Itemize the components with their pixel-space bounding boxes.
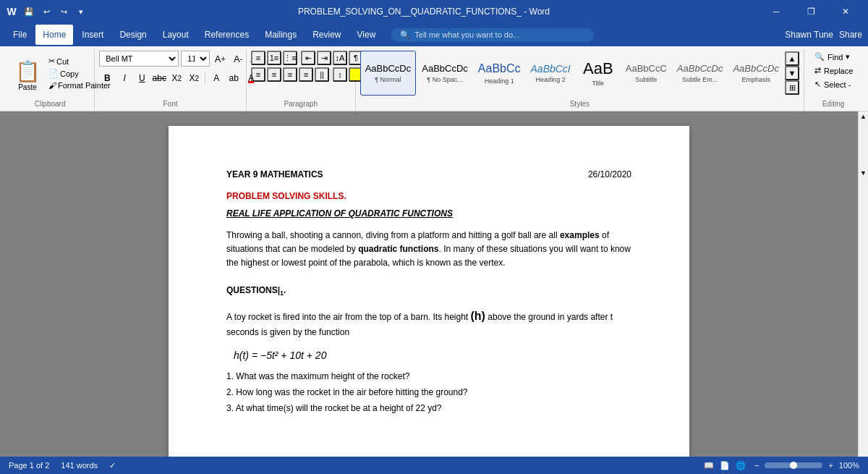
highlight-button[interactable]: ab <box>226 70 242 86</box>
share-button[interactable]: Share <box>839 30 862 40</box>
doc-formula: h(t) = −5t² + 10t + 20 <box>234 350 631 361</box>
multilevel-button[interactable]: ⋮≡ <box>283 51 297 65</box>
print-layout-icon[interactable]: 📄 <box>720 461 730 470</box>
doc-underline-subtitle: REAL LIFE APPLICATION OF QUADRATIC FUNCT… <box>226 208 631 219</box>
doc-header-date: 26/10/2020 <box>588 169 631 179</box>
restore-button[interactable]: ❐ <box>794 0 827 23</box>
menu-insert[interactable]: Insert <box>75 25 111 45</box>
find-button[interactable]: 🔍 Find ▾ <box>809 51 859 63</box>
style-title-label: Title <box>592 80 604 87</box>
style-subtitle[interactable]: AaBbCcC Subtitle <box>621 51 671 96</box>
style-emphasis[interactable]: AaBbCcDc Emphasis <box>728 51 783 96</box>
style-heading2[interactable]: AaBbCcI Heading 2 <box>527 51 575 96</box>
search-input-placeholder: Tell me what you want to do... <box>414 30 519 39</box>
body-bold-quadratic: quadratic functions <box>358 244 438 254</box>
minimize-button[interactable]: ─ <box>760 0 793 23</box>
font-size-select[interactable]: 11 <box>181 51 210 67</box>
grow-font-button[interactable]: A+ <box>212 51 228 67</box>
clipboard-label: Clipboard <box>10 100 90 109</box>
paragraph-group: ≡ 1≡ ⋮≡ ⇤ ⇥ ↕A ¶ ≡ ≡ ≡ ≡ || ↕ ⊡ Paragr <box>247 49 356 111</box>
scroll-area[interactable]: YEAR 9 MATHEMATICS 26/10/2020 PROBLEM SO… <box>0 111 858 457</box>
style-no-spacing[interactable]: AaBbCcDc ¶ No Spac... <box>417 51 472 96</box>
right-scrollbar[interactable]: ▲ ▼ <box>858 111 868 457</box>
scroll-down-button[interactable]: ▼ <box>859 168 869 178</box>
italic-button[interactable]: I <box>116 70 132 86</box>
status-bar: Page 1 of 2 141 words ✓ 📖 📄 🌐 − + 100% <box>0 457 868 474</box>
scroll-up-button[interactable]: ▲ <box>859 111 869 122</box>
justify-button[interactable]: ≡ <box>299 67 313 82</box>
paste-icon: 📋 <box>15 59 41 83</box>
numbering-button[interactable]: 1≡ <box>267 51 281 65</box>
menu-references[interactable]: References <box>197 25 256 45</box>
styles-up-button[interactable]: ▲ <box>785 51 799 66</box>
zoom-minus-button[interactable]: − <box>752 461 762 470</box>
shrink-font-button[interactable]: A- <box>230 51 246 67</box>
style-subtle-em[interactable]: AaBbCcDc Subtle Em... <box>673 51 728 96</box>
replace-button[interactable]: ⇄ Replace <box>809 64 859 77</box>
zoom-control: − + 100% <box>752 461 859 470</box>
menu-view[interactable]: View <box>350 25 383 45</box>
sort-button[interactable]: ↕A <box>333 51 347 65</box>
select-button[interactable]: ↖ Select - <box>809 78 859 90</box>
redo-qa-button[interactable]: ↪ <box>56 4 71 19</box>
strikethrough-button[interactable]: abc <box>151 70 167 86</box>
read-mode-icon[interactable]: 📖 <box>704 461 714 470</box>
search-bar[interactable]: 🔍 Tell me what you want to do... <box>391 28 594 42</box>
menu-layout[interactable]: Layout <box>156 25 196 45</box>
customize-qa-button[interactable]: ▾ <box>74 4 88 19</box>
editing-group: 🔍 Find ▾ ⇄ Replace ↖ Select - Editing <box>804 49 862 111</box>
bold-button[interactable]: B <box>99 70 115 86</box>
doc-header: YEAR 9 MATHEMATICS 26/10/2020 <box>226 169 631 179</box>
cursor-subscript: 1 <box>280 289 284 297</box>
align-center-button[interactable]: ≡ <box>267 67 281 82</box>
body-text-start: Throwing a ball, shooting a cannon, divi… <box>226 230 560 240</box>
style-title[interactable]: AaB Title <box>576 51 620 96</box>
undo-qa-button[interactable]: ↩ <box>39 4 54 19</box>
text-effects-button[interactable]: A <box>208 70 224 86</box>
styles-group: AaBbCcDc ¶ Normal AaBbCcDc ¶ No Spac... … <box>356 49 804 111</box>
q1-text-pre: A toy rocket is fired into the air from … <box>226 312 471 322</box>
styles-down-button[interactable]: ▼ <box>785 66 799 80</box>
doc-red-title: PROBLEM SOLVING SKILLS. <box>226 191 631 201</box>
columns-button[interactable]: || <box>315 67 329 82</box>
menu-design[interactable]: Design <box>112 25 153 45</box>
styles-scroll: ▲ ▼ ⊞ <box>785 51 799 95</box>
increase-indent-button[interactable]: ⇥ <box>317 51 331 65</box>
web-layout-icon[interactable]: 🌐 <box>736 461 746 470</box>
divider <box>205 72 205 84</box>
bullets-button[interactable]: ≡ <box>251 51 265 65</box>
style-heading1-label: Heading 1 <box>485 77 514 85</box>
divider <box>331 69 331 80</box>
style-normal-preview: AaBbCcDc <box>365 63 412 75</box>
zoom-plus-button[interactable]: + <box>825 461 835 470</box>
line-spacing-button[interactable]: ↕ <box>333 67 347 82</box>
styles-more-button[interactable]: ⊞ <box>785 80 799 95</box>
select-icon: ↖ <box>814 80 821 89</box>
replace-icon: ⇄ <box>814 66 821 75</box>
subscript-button[interactable]: X2 <box>169 70 184 86</box>
style-heading1[interactable]: AaBbCc Heading 1 <box>474 51 525 96</box>
menu-home[interactable]: Home <box>35 25 73 45</box>
document-page: YEAR 9 MATHEMATICS 26/10/2020 PROBLEM SO… <box>169 126 689 457</box>
save-qa-button[interactable]: 💾 <box>22 4 36 19</box>
proofing-icon: ✓ <box>109 461 116 470</box>
scissors-icon: ✂ <box>48 56 55 66</box>
paste-button[interactable]: 📋 Paste <box>10 53 45 98</box>
style-normal[interactable]: AaBbCcDc ¶ Normal <box>360 51 417 96</box>
menu-review[interactable]: Review <box>305 25 348 45</box>
underline-button[interactable]: U <box>134 70 150 86</box>
highlight-icon: ab <box>229 73 239 83</box>
font-family-select[interactable]: Bell MT <box>99 51 179 67</box>
zoom-slider[interactable] <box>765 462 822 468</box>
menu-mailings[interactable]: Mailings <box>258 25 304 45</box>
decrease-indent-button[interactable]: ⇤ <box>301 51 315 65</box>
menu-file[interactable]: File <box>6 25 34 45</box>
font-label: Font <box>99 100 242 109</box>
align-right-button[interactable]: ≡ <box>283 67 297 82</box>
quick-access-toolbar: 💾 ↩ ↪ ▾ <box>22 4 88 19</box>
close-button[interactable]: ✕ <box>829 0 862 23</box>
style-title-preview: AaB <box>583 59 613 78</box>
style-heading2-preview: AaBbCcI <box>531 63 571 75</box>
superscript-button[interactable]: X2 <box>186 70 202 86</box>
page-info: Page 1 of 2 <box>9 461 49 470</box>
